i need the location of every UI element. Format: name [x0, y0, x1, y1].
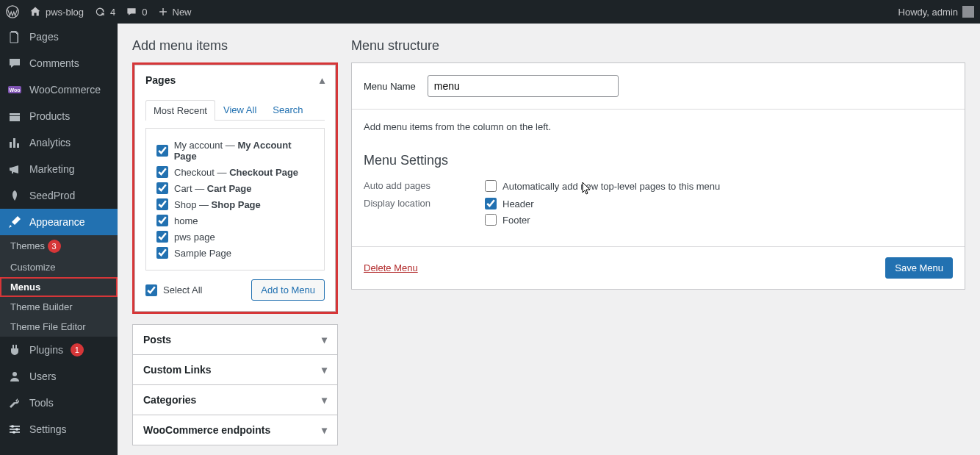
avatar	[962, 6, 974, 18]
sidebar-item-plugins[interactable]: Plugins 1	[0, 337, 118, 363]
page-item[interactable]: My account — My Account Page	[156, 137, 314, 164]
sidebar-item-label: Settings	[29, 423, 67, 435]
sidebar-item-seedprod[interactable]: SeedProd	[0, 182, 118, 209]
auto-add-option[interactable]: Automatically add new top-level pages to…	[485, 180, 720, 192]
submenu-item-menus[interactable]: Menus	[0, 277, 118, 297]
sidebar-item-label: Users	[29, 370, 57, 382]
account-link[interactable]: Howdy, admin	[898, 6, 974, 18]
updates-count: 4	[110, 7, 115, 18]
delete-menu-link[interactable]: Delete Menu	[364, 262, 418, 273]
auto-add-checkbox[interactable]	[485, 180, 497, 192]
chevron-down-icon: ▾	[322, 394, 327, 406]
page-checkbox[interactable]	[156, 145, 168, 157]
sidebar-item-label: Appearance	[29, 216, 85, 228]
products-icon	[7, 109, 22, 123]
admin-bar: pws-blog 4 0 New Howdy, admin	[0, 0, 980, 24]
sidebar-item-label: Analytics	[29, 137, 71, 148]
posts-accordion-header[interactable]: Posts ▾	[133, 325, 337, 354]
user-icon	[7, 369, 22, 384]
submenu-item-themes[interactable]: Themes 3	[0, 235, 118, 257]
chevron-down-icon: ▾	[322, 364, 327, 376]
sidebar-item-marketing[interactable]: Marketing	[0, 156, 118, 182]
categories-accordion-header[interactable]: Categories ▾	[133, 385, 337, 415]
submenu-item-theme-file-editor[interactable]: Theme File Editor	[0, 317, 118, 337]
comments-count: 0	[142, 7, 147, 18]
svg-text:Woo: Woo	[9, 87, 20, 93]
brush-icon	[7, 215, 22, 229]
page-item[interactable]: Sample Page	[156, 245, 314, 261]
page-checkbox[interactable]	[156, 247, 168, 259]
wp-logo[interactable]	[6, 5, 19, 18]
woo-endpoints-accordion: WooCommerce endpoints ▾	[132, 415, 338, 445]
howdy-text: Howdy, admin	[898, 7, 958, 18]
new-label: New	[173, 7, 192, 18]
page-item[interactable]: pws page	[156, 229, 314, 245]
sidebar-item-products[interactable]: Products	[0, 103, 118, 129]
sidebar-item-appearance[interactable]: Appearance	[0, 209, 118, 235]
custom-links-accordion-header[interactable]: Custom Links ▾	[133, 355, 337, 384]
menu-structure-title: Menu structure	[351, 38, 965, 54]
location-header-checkbox[interactable]	[485, 198, 497, 209]
auto-add-label: Auto add pages	[364, 180, 485, 191]
select-all-checkbox[interactable]	[145, 284, 157, 296]
page-icon	[7, 29, 22, 44]
svg-point-7	[11, 425, 14, 428]
sidebar-item-users[interactable]: Users	[0, 363, 118, 390]
site-title: pws-blog	[46, 7, 84, 18]
page-item[interactable]: home	[156, 212, 314, 229]
pages-accordion-highlight: Pages ▴ Most Recent View All Search My a…	[132, 62, 338, 314]
location-header-option[interactable]: Header	[485, 198, 534, 209]
sidebar-item-label: Plugins	[29, 344, 63, 356]
svg-point-9	[12, 431, 15, 434]
pages-list: My account — My Account Page Checkout — …	[145, 128, 325, 271]
settings-icon	[7, 422, 22, 437]
chevron-up-icon: ▴	[320, 74, 325, 86]
location-footer-option[interactable]: Footer	[485, 214, 534, 226]
sidebar-item-label: SeedProd	[29, 190, 75, 201]
page-checkbox[interactable]	[156, 182, 168, 194]
tab-search[interactable]: Search	[264, 99, 311, 120]
submenu-item-customize[interactable]: Customize	[0, 257, 118, 277]
submenu-item-theme-builder[interactable]: Theme Builder	[0, 297, 118, 317]
add-to-menu-button[interactable]: Add to Menu	[251, 279, 325, 301]
page-checkbox[interactable]	[156, 166, 168, 178]
pages-accordion-header[interactable]: Pages ▴	[135, 65, 335, 95]
sidebar-item-label: Comments	[29, 57, 79, 69]
menu-settings-title: Menu Settings	[364, 153, 953, 168]
admin-sidebar: Pages Comments Woo WooCommerce Products …	[0, 24, 118, 455]
sidebar-item-label: WooCommerce	[29, 84, 101, 96]
page-checkbox[interactable]	[156, 198, 168, 210]
add-menu-items-title: Add menu items	[132, 38, 338, 54]
save-menu-button[interactable]: Save Menu	[885, 257, 953, 279]
megaphone-icon	[7, 162, 22, 176]
sidebar-item-analytics[interactable]: Analytics	[0, 129, 118, 156]
page-item[interactable]: Checkout — Checkout Page	[156, 164, 314, 180]
page-checkbox[interactable]	[156, 215, 168, 226]
menu-name-input[interactable]	[428, 75, 619, 97]
updates-link[interactable]: 4	[94, 6, 115, 18]
sidebar-item-settings[interactable]: Settings	[0, 416, 118, 443]
menu-structure-panel: Menu Name Add menu items from the column…	[351, 62, 965, 290]
sidebar-item-woocommerce[interactable]: Woo WooCommerce	[0, 76, 118, 103]
page-checkbox[interactable]	[156, 231, 168, 243]
comments-link[interactable]: 0	[126, 6, 147, 18]
categories-accordion: Categories ▾	[132, 384, 338, 415]
tools-icon	[7, 395, 22, 410]
page-item[interactable]: Cart — Cart Page	[156, 180, 314, 196]
new-link[interactable]: New	[158, 7, 192, 18]
page-item[interactable]: Shop — Shop Page	[156, 196, 314, 212]
tab-view-all[interactable]: View All	[215, 99, 264, 120]
tab-most-recent[interactable]: Most Recent	[145, 100, 215, 121]
chevron-down-icon: ▾	[322, 334, 327, 345]
woo-endpoints-accordion-header[interactable]: WooCommerce endpoints ▾	[133, 415, 337, 445]
select-all-row[interactable]: Select All	[145, 282, 202, 298]
location-footer-checkbox[interactable]	[485, 214, 497, 226]
sidebar-item-tools[interactable]: Tools	[0, 390, 118, 416]
sidebar-item-comments[interactable]: Comments	[0, 50, 118, 76]
sidebar-item-label: Marketing	[29, 163, 74, 175]
sidebar-item-pages[interactable]: Pages	[0, 24, 118, 50]
themes-badge: 3	[48, 240, 61, 253]
pages-tabs: Most Recent View All Search	[145, 95, 325, 121]
woocommerce-icon: Woo	[7, 82, 22, 97]
site-home-link[interactable]: pws-blog	[29, 6, 84, 18]
